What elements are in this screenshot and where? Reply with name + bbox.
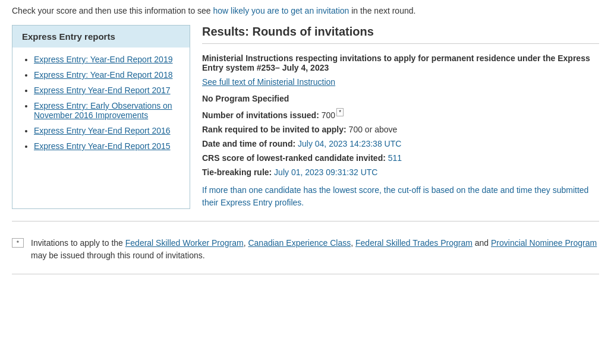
instruction-title: Ministerial Instructions respecting invi… (202, 53, 599, 72)
list-item: Express Entry: Early Observations on Nov… (34, 101, 180, 120)
tiebreak-value: July 01, 2023 09:31:32 UTC (274, 167, 377, 177)
cec-link[interactable]: Canadian Experience Class (248, 238, 351, 248)
date-row: Date and time of round: July 04, 2023 14… (202, 139, 599, 148)
fstp-link[interactable]: Federal Skilled Trades Program (355, 238, 473, 248)
sidebar: Express Entry reports Express Entry: Yea… (12, 25, 190, 209)
see-full-text-link[interactable]: See full text of Ministerial Instruction (202, 77, 599, 87)
report-link-2019[interactable]: Express Entry: Year-End Report 2019 (34, 55, 172, 64)
results-title: Results: Rounds of invitations (202, 25, 599, 44)
pnp-link[interactable]: Provincial Nominee Program (491, 238, 597, 248)
invitations-label: Number of invitations issued: (202, 110, 319, 120)
main-layout: Express Entry reports Express Entry: Yea… (12, 25, 599, 209)
intro-text: Check your score and then use this infor… (12, 6, 599, 15)
crs-label: CRS score of lowest-ranked candidate inv… (202, 153, 386, 163)
rank-value: 700 or above (349, 125, 398, 134)
sidebar-links-list: Express Entry: Year-End Report 2019 Expr… (22, 55, 180, 151)
list-item: Express Entry: Year-End Report 2019 (34, 55, 180, 64)
footnote-section: * Invitations to apply to the Federal Sk… (12, 231, 599, 268)
divider (12, 221, 599, 221)
crs-row: CRS score of lowest-ranked candidate inv… (202, 153, 599, 163)
list-item: Express Entry Year-End Report 2015 (34, 141, 180, 151)
cutoff-note: If more than one candidate has the lowes… (202, 184, 599, 209)
date-label: Date and time of round: (202, 139, 295, 148)
likelihood-link[interactable]: how likely you are to get an invitation (213, 6, 349, 15)
rank-label: Rank required to be invited to apply: (202, 125, 347, 134)
crs-value: 511 (388, 153, 402, 163)
footnote-ref[interactable]: * (336, 108, 344, 116)
list-item: Express Entry Year-End Report 2017 (34, 86, 180, 95)
footnote-text: Invitations to apply to the Federal Skil… (31, 237, 599, 262)
report-link-2017[interactable]: Express Entry Year-End Report 2017 (34, 86, 171, 95)
report-link-2016[interactable]: Express Entry Year-End Report 2016 (34, 126, 171, 135)
program-label: No Program Specified (202, 94, 289, 103)
tiebreak-label: Tie-breaking rule: (202, 167, 272, 177)
tiebreak-row: Tie-breaking rule: July 01, 2023 09:31:3… (202, 167, 599, 177)
invitations-value: 700* (322, 110, 344, 120)
list-item: Express Entry: Year-End Report 2018 (34, 70, 180, 80)
results-content: Results: Rounds of invitations Ministeri… (202, 25, 599, 209)
bottom-divider (12, 274, 599, 274)
program-row: No Program Specified (202, 94, 599, 103)
rank-row: Rank required to be invited to apply: 70… (202, 125, 599, 134)
invitations-row: Number of invitations issued: 700* (202, 108, 599, 120)
date-value: July 04, 2023 14:23:38 UTC (298, 139, 401, 148)
footnote-marker: * (12, 238, 24, 248)
report-link-2015[interactable]: Express Entry Year-End Report 2015 (34, 141, 171, 151)
report-link-observations[interactable]: Express Entry: Early Observations on Nov… (34, 101, 172, 120)
report-link-2018[interactable]: Express Entry: Year-End Report 2018 (34, 70, 172, 80)
fswp-link[interactable]: Federal Skilled Worker Program (125, 238, 244, 248)
sidebar-title: Express Entry reports (12, 26, 190, 48)
list-item: Express Entry Year-End Report 2016 (34, 126, 180, 135)
